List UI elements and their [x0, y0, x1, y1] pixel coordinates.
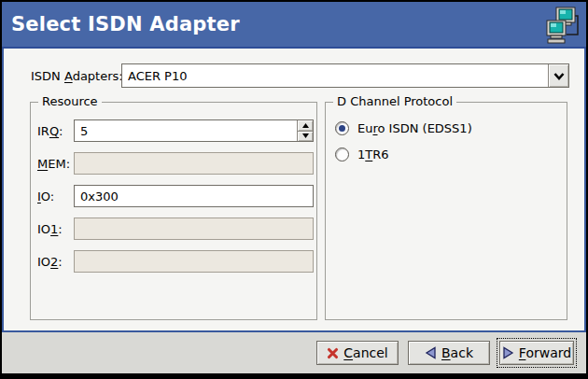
- io2-field-row: IO2:: [37, 250, 314, 273]
- page-title: Select ISDN Adapter: [11, 13, 240, 35]
- back-button-label: Back: [441, 345, 473, 360]
- irq-spin-up-button[interactable]: [298, 120, 313, 131]
- spin-down-icon: [302, 133, 309, 138]
- d-channel-protocol-legend: D Channel Protocol: [333, 94, 456, 108]
- radio-button-icon[interactable]: [335, 147, 349, 161]
- network-computers-icon: [546, 7, 580, 44]
- irq-spin-down-button[interactable]: [298, 131, 313, 142]
- forward-button-label: Forward: [519, 345, 571, 360]
- radio-euro-isdn-label: Euro ISDN (EDSS1): [357, 121, 472, 135]
- radio-1tr6[interactable]: 1TR6: [335, 146, 389, 162]
- mem-label: MEM:: [37, 157, 74, 171]
- resource-group-legend: Resource: [38, 94, 102, 108]
- isdn-adapter-dialog: Select ISDN Adapter ISDN Adapters:: [0, 0, 588, 379]
- cancel-button-label: Cancel: [343, 345, 387, 360]
- radio-1tr6-label: 1TR6: [357, 147, 389, 161]
- radio-euro-isdn[interactable]: Euro ISDN (EDSS1): [335, 119, 472, 136]
- io1-field-row: IO1:: [37, 218, 314, 240]
- mem-field-row: MEM:: [37, 152, 314, 175]
- dialog-content: ISDN Adapters: Resource IRQ:: [2, 49, 586, 332]
- isdn-adapters-combobox-input[interactable]: [122, 64, 548, 87]
- cancel-button[interactable]: Cancel: [316, 341, 399, 365]
- resource-group: Resource IRQ: MEM:: [30, 102, 317, 320]
- irq-spin-buttons: [297, 120, 313, 141]
- irq-input[interactable]: [75, 120, 297, 141]
- triangle-left-icon: [425, 346, 437, 359]
- spin-up-icon: [302, 123, 309, 128]
- radio-button-icon[interactable]: [335, 121, 349, 135]
- io1-input: [74, 218, 314, 240]
- dialog-button-bar: Cancel Back Forward: [2, 332, 586, 373]
- irq-spinner[interactable]: [74, 119, 314, 142]
- io-input[interactable]: [74, 185, 314, 207]
- isdn-adapters-label: ISDN Adapters:: [31, 69, 123, 83]
- isdn-adapters-combobox[interactable]: [121, 63, 569, 88]
- isdn-adapters-dropdown-button[interactable]: [548, 64, 568, 87]
- back-button[interactable]: Back: [408, 341, 490, 365]
- triangle-right-icon: [502, 346, 514, 359]
- forward-button[interactable]: Forward: [499, 341, 574, 365]
- mem-input: [74, 152, 314, 175]
- io-field-row: IO:: [37, 185, 314, 207]
- io2-input: [74, 250, 314, 273]
- irq-field-row: IRQ:: [37, 119, 314, 142]
- dialog-header: Select ISDN Adapter: [2, 2, 586, 49]
- io-label: IO:: [37, 190, 74, 204]
- d-channel-protocol-group: D Channel Protocol Euro ISDN (EDSS1) 1TR…: [325, 102, 567, 320]
- red-x-icon: [327, 347, 339, 359]
- irq-label: IRQ:: [37, 124, 74, 138]
- chevron-down-icon: [553, 72, 565, 80]
- io1-label: IO1:: [37, 222, 74, 236]
- io2-label: IO2:: [37, 255, 74, 269]
